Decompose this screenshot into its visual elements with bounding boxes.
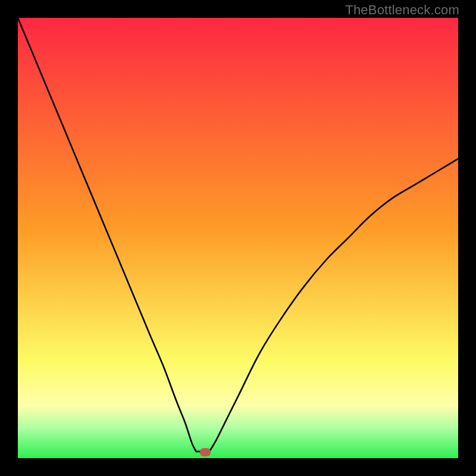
bottleneck-curve xyxy=(18,18,458,458)
chart-frame: TheBottleneck.com xyxy=(0,0,476,476)
optimum-marker xyxy=(200,448,211,456)
plot-area xyxy=(18,18,458,458)
watermark-text: TheBottleneck.com xyxy=(345,2,459,18)
